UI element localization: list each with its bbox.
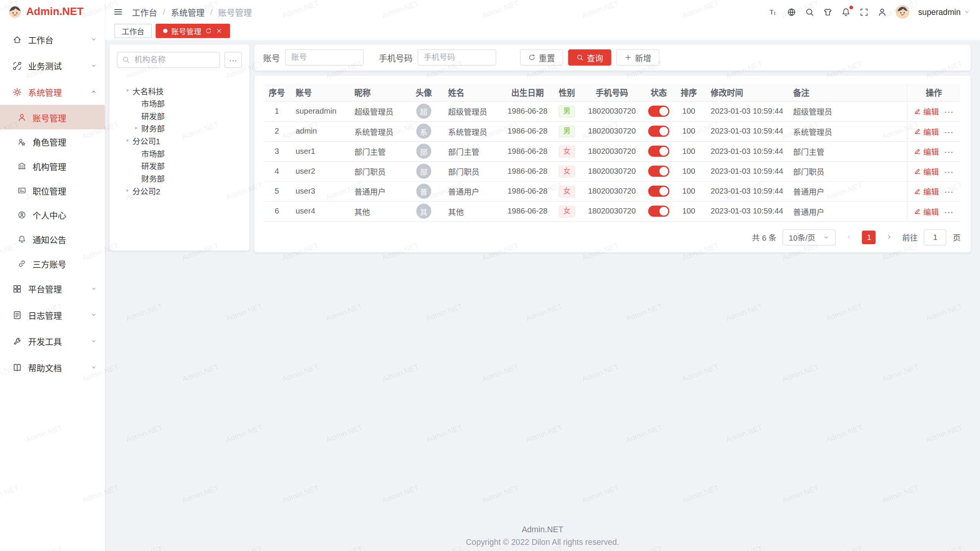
sidebar-item-workbench[interactable]: 工作台 [0, 26, 105, 53]
sidebar-item-notice[interactable]: 通知公告 [0, 227, 105, 251]
cell-actions: 编辑··· [907, 121, 960, 141]
row-more-button[interactable]: ··· [944, 108, 954, 117]
page-size-select[interactable]: 10条/页 [782, 229, 836, 245]
sidebar-item-org-mgmt[interactable]: 机构管理 [0, 154, 105, 178]
row-more-button[interactable]: ··· [944, 168, 954, 177]
sidebar-item-business-test[interactable]: 业务测试 [0, 52, 105, 79]
tab-workbench[interactable]: 工作台 [114, 23, 152, 38]
edit-button[interactable]: 编辑 [914, 145, 939, 157]
row-more-button[interactable]: ··· [944, 128, 954, 137]
search-icon[interactable] [805, 7, 814, 16]
profile-icon[interactable] [877, 7, 887, 16]
sidebar-item-third-party-account[interactable]: 三方账号 [0, 251, 105, 276]
tab-account-mgmt[interactable]: 账号管理 [156, 23, 230, 38]
sidebar-item-account-mgmt[interactable]: 账号管理 [0, 105, 105, 129]
cell-remark: 系统管理员 [786, 121, 907, 141]
chevron-down-icon [91, 62, 97, 68]
caret-down-icon[interactable] [124, 137, 131, 143]
cell-order: 100 [673, 121, 704, 141]
globe-icon[interactable] [787, 7, 796, 16]
edit-button[interactable]: 编辑 [914, 165, 939, 177]
breadcrumb-item[interactable]: 账号管理 [218, 6, 252, 18]
page-number-button[interactable]: 1 [862, 230, 876, 244]
reset-button[interactable]: 重置 [520, 49, 563, 65]
edit-icon [914, 187, 921, 195]
caret-right-icon[interactable] [124, 187, 131, 194]
hamburger-menu-icon[interactable] [113, 7, 123, 17]
status-toggle[interactable] [648, 126, 670, 137]
add-button[interactable]: 新增 [616, 49, 660, 65]
tree-node[interactable]: 研发部 [117, 109, 242, 122]
cell-avatar: 普 [406, 181, 442, 201]
sidebar-item-dev-tools[interactable]: 开发工具 [0, 328, 105, 354]
home-icon [13, 35, 22, 44]
edit-button[interactable]: 编辑 [914, 185, 939, 197]
tree-node[interactable]: 分公司1 [117, 134, 242, 147]
tab-bar: 工作台账号管理 [105, 24, 980, 40]
org-search-input[interactable] [117, 52, 220, 68]
edit-button[interactable]: 编辑 [914, 105, 939, 117]
sidebar-item-help-docs[interactable]: 帮助文档 [0, 354, 105, 381]
header-icons: Tt [769, 7, 887, 16]
tab-close-icon[interactable] [216, 27, 222, 34]
status-toggle[interactable] [648, 186, 670, 197]
tree-node[interactable]: 市场部 [117, 97, 242, 109]
column-header: 姓名 [442, 84, 500, 101]
status-toggle[interactable] [648, 145, 670, 156]
sidebar-item-position-mgmt[interactable]: 职位管理 [0, 178, 105, 202]
row-more-button[interactable]: ··· [944, 148, 954, 157]
breadcrumb-item[interactable]: 工作台 [132, 6, 157, 18]
edit-button[interactable]: 编辑 [914, 205, 939, 217]
edit-button[interactable]: 编辑 [914, 125, 939, 137]
caret-right-icon[interactable] [133, 125, 139, 131]
sidebar-item-platform-mgmt[interactable]: 平台管理 [0, 276, 105, 302]
card-icon [18, 186, 26, 195]
tree-node[interactable]: 研发部 [117, 159, 242, 172]
fullscreen-icon[interactable] [859, 7, 869, 16]
phone-input[interactable] [418, 49, 497, 65]
notification-bell-icon[interactable] [841, 7, 851, 16]
sidebar-item-personal-center[interactable]: 个人中心 [0, 202, 105, 227]
row-more-button[interactable]: ··· [944, 208, 954, 217]
goto-page-input[interactable] [924, 229, 947, 245]
gender-badge: 男 [559, 105, 575, 117]
sidebar-item-system-mgmt[interactable]: 系统管理 [0, 79, 105, 105]
sidebar-item-label: 日志管理 [28, 309, 62, 321]
goto-label: 前往 [902, 231, 918, 243]
tab-refresh-icon[interactable] [205, 27, 212, 34]
column-header: 操作 [907, 84, 960, 101]
tree-node-label: 市场部 [141, 97, 165, 109]
tree-node[interactable]: 市场部 [117, 147, 242, 160]
sidebar-item-label: 平台管理 [28, 282, 62, 295]
theme-icon[interactable] [823, 7, 832, 16]
next-page-button[interactable] [882, 230, 896, 244]
account-input[interactable] [285, 49, 364, 65]
tree-node-label: 研发部 [141, 160, 165, 171]
cell-birthdate: 1986-06-28 [501, 141, 554, 161]
avatar: 系 [416, 124, 431, 139]
sidebar-item-label: 系统管理 [28, 86, 62, 98]
breadcrumb-item[interactable]: 系统管理 [171, 6, 204, 18]
user-menu[interactable]: superadmin [918, 7, 970, 16]
status-toggle[interactable] [648, 205, 670, 217]
caret-down-icon[interactable] [124, 88, 131, 94]
status-toggle[interactable] [648, 106, 670, 117]
prev-page-button[interactable] [842, 230, 856, 244]
user-avatar[interactable] [896, 5, 910, 19]
sidebar-item-log-mgmt[interactable]: 日志管理 [0, 302, 105, 328]
cell-account: superadmin [289, 101, 348, 121]
org-more-button[interactable]: ··· [224, 52, 242, 68]
tree-node[interactable]: 财务部 [117, 122, 242, 134]
row-more-button[interactable]: ··· [944, 188, 954, 197]
link-icon [18, 259, 26, 268]
tree-node[interactable]: 分公司2 [117, 184, 242, 197]
logo[interactable]: Admin.NET [0, 0, 105, 24]
sidebar-item-role-mgmt[interactable]: 角色管理 [0, 129, 105, 154]
sidebar-item-label: 工作台 [28, 33, 53, 46]
tree-node[interactable]: 财务部 [117, 172, 242, 184]
search-button[interactable]: 查询 [568, 49, 611, 65]
flow-icon [13, 61, 22, 70]
status-toggle[interactable] [648, 166, 670, 177]
tree-node[interactable]: 大名科技 [117, 84, 242, 97]
font-size-icon[interactable]: Tt [769, 7, 778, 16]
